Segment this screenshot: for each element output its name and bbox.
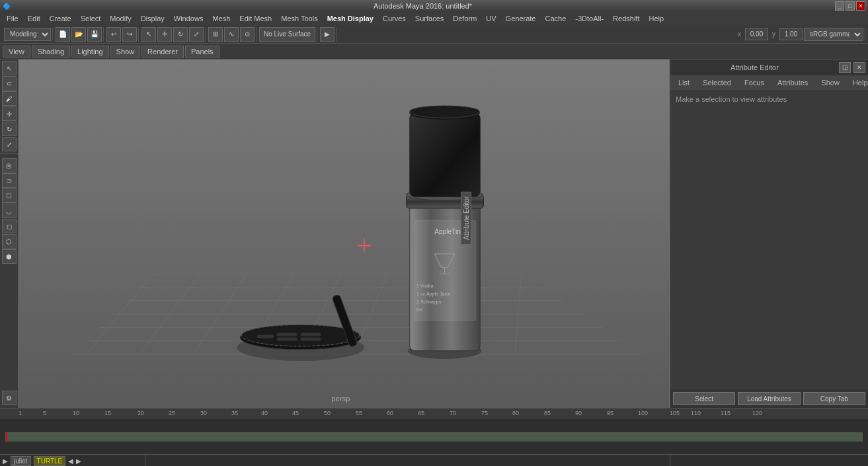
- gamma-dropdown[interactable]: sRGB gamma: [804, 28, 863, 41]
- attr-tab-attributes[interactable]: Attributes: [772, 77, 813, 88]
- tab-show[interactable]: Show: [110, 46, 141, 58]
- attr-tab-selected[interactable]: Selected: [697, 77, 736, 88]
- snap-point[interactable]: ⊙: [240, 27, 255, 42]
- scale-tool[interactable]: ⤢: [189, 27, 204, 42]
- layer-row-1: ▶ juliet TURTLE ◀ ▶: [0, 455, 145, 466]
- ruler-70: 70: [450, 410, 456, 416]
- soft-mod-btn[interactable]: ◎: [2, 158, 17, 173]
- redo-button[interactable]: ↪: [122, 27, 137, 42]
- open-button[interactable]: 📂: [71, 27, 86, 42]
- layer-name[interactable]: juliet: [11, 456, 31, 466]
- turtle-label[interactable]: TURTLE: [34, 456, 66, 466]
- svg-text:persp: persp: [332, 395, 350, 403]
- attr-close-btn[interactable]: ✕: [853, 62, 865, 73]
- titlebar: 🔷 Autodesk Maya 2016: untitled* _ □ ✕: [0, 0, 868, 12]
- menu-generate[interactable]: Generate: [502, 13, 540, 24]
- sculpt-btn[interactable]: ⊃: [2, 173, 17, 188]
- menu-mesh-display[interactable]: Mesh Display: [323, 13, 377, 24]
- svg-text:Ice: Ice: [416, 307, 423, 313]
- attr-selection-message: Make a selection to view attributes: [676, 95, 863, 103]
- no-live-surface[interactable]: No Live Surface: [259, 27, 315, 42]
- menu-windows[interactable]: Windows: [170, 13, 208, 24]
- new-scene-button[interactable]: 📄: [56, 27, 70, 42]
- timeline-tracks: [0, 419, 868, 454]
- move-tool[interactable]: ✛: [157, 27, 172, 42]
- save-button[interactable]: 💾: [87, 27, 102, 42]
- close-button[interactable]: ✕: [856, 1, 865, 11]
- copy-tab-button[interactable]: Copy Tab: [803, 392, 865, 405]
- move-btn[interactable]: ✛: [2, 106, 17, 121]
- tab-shading[interactable]: Shading: [32, 46, 70, 58]
- menu-surfaces[interactable]: Surfaces: [411, 13, 448, 24]
- menu-select[interactable]: Select: [77, 13, 105, 24]
- layer-prev-btn[interactable]: ◀: [68, 457, 73, 465]
- menu-modify[interactable]: Modify: [106, 13, 135, 24]
- menu-uv[interactable]: UV: [482, 13, 500, 24]
- timeline-bar[interactable]: [5, 432, 863, 442]
- menu-create[interactable]: Create: [46, 13, 75, 24]
- undo-button[interactable]: ↩: [106, 27, 121, 42]
- settings-btn[interactable]: ⚙: [2, 391, 17, 405]
- menu-edit-mesh[interactable]: Edit Mesh: [235, 13, 276, 24]
- select-button[interactable]: Select: [673, 392, 735, 405]
- maximize-button[interactable]: □: [846, 1, 855, 11]
- timeline-ruler[interactable]: 1 5 10 15 20 25 30 35 40 45 50 55 60 65 …: [0, 408, 868, 419]
- rotate-btn[interactable]: ↻: [2, 122, 17, 136]
- menu-deform[interactable]: Deform: [449, 13, 481, 24]
- menu-mesh[interactable]: Mesh: [208, 13, 234, 24]
- tab-renderer[interactable]: Renderer: [141, 46, 184, 58]
- menu-3dtoall[interactable]: -3DtoAll-: [571, 13, 608, 24]
- layer-next-btn[interactable]: ▶: [76, 457, 81, 465]
- attr-tab-list[interactable]: List: [673, 77, 695, 88]
- surface-btn[interactable]: ◻: [2, 219, 17, 233]
- separator: [0, 153, 18, 156]
- svg-rect-22: [277, 338, 297, 341]
- x-coord-input[interactable]: [745, 28, 768, 40]
- render-button[interactable]: ▶: [320, 27, 335, 42]
- minimize-button[interactable]: _: [835, 1, 844, 11]
- attr-tab-show[interactable]: Show: [816, 77, 845, 88]
- file-tools: 📄 📂 💾: [54, 27, 104, 42]
- attr-tab-focus[interactable]: Focus: [739, 77, 769, 88]
- menu-cache[interactable]: Cache: [541, 13, 570, 24]
- attr-tab-help[interactable]: Help: [848, 77, 868, 88]
- attribute-editor-header: Attribute Editor ◲ ✕: [670, 59, 868, 75]
- y-coord-input[interactable]: [779, 28, 803, 40]
- menu-curves[interactable]: Curves: [379, 13, 410, 24]
- snap-grid[interactable]: ⊞: [208, 27, 223, 42]
- tab-lighting[interactable]: Lighting: [71, 46, 109, 58]
- menu-help[interactable]: Help: [645, 13, 668, 24]
- select-tool[interactable]: ↖: [141, 27, 156, 42]
- ruler-60: 60: [387, 410, 393, 416]
- viewport[interactable]: AppleTini 1 Vodka 1 oz Apple Juice 1 Sch…: [19, 59, 670, 408]
- mode-dropdown[interactable]: Modeling: [4, 28, 51, 41]
- subdiv-btn[interactable]: ⬢: [2, 249, 17, 264]
- paint-btn[interactable]: 🖌: [2, 91, 17, 106]
- ruler-start: 1: [19, 410, 22, 416]
- load-attributes-button[interactable]: Load Attributes: [738, 392, 800, 405]
- select-mode-btn[interactable]: ↖: [2, 61, 17, 75]
- rotate-tool[interactable]: ↻: [173, 27, 188, 42]
- attribute-editor-side-tab[interactable]: Attribute Editor: [461, 192, 471, 245]
- scale-btn[interactable]: ⤢: [2, 137, 17, 151]
- tab-view[interactable]: View: [3, 46, 30, 58]
- menu-edit[interactable]: Edit: [24, 13, 44, 24]
- menu-mesh-tools[interactable]: Mesh Tools: [277, 13, 321, 24]
- snap-tools: ⊞ ∿ ⊙: [207, 27, 256, 42]
- curve-btn[interactable]: ◡: [2, 204, 17, 218]
- menu-display[interactable]: Display: [137, 13, 169, 24]
- menu-file[interactable]: File: [3, 13, 22, 24]
- poly-btn[interactable]: ⬡: [2, 234, 17, 249]
- main-layout: ↖ ⊂ 🖌 ✛ ↻ ⤢ ◎ ⊃ ☐ ◡ ◻ ⬡ ⬢ ⚙: [0, 59, 868, 408]
- app-logo: 🔷: [3, 3, 11, 10]
- lasso-btn[interactable]: ⊂: [2, 76, 17, 91]
- show-hide-btn[interactable]: ☐: [2, 188, 17, 203]
- svg-text:1 oz Apple Juice: 1 oz Apple Juice: [416, 291, 451, 297]
- menu-redshift[interactable]: Redshift: [609, 13, 643, 24]
- snap-curve[interactable]: ∿: [224, 27, 239, 42]
- timeline-playhead: [6, 432, 7, 442]
- attr-resize-btn[interactable]: ◲: [839, 62, 851, 73]
- tab-panels[interactable]: Panels: [185, 46, 219, 58]
- ruler-85: 85: [544, 410, 551, 416]
- mode-group: Modeling: [3, 28, 53, 41]
